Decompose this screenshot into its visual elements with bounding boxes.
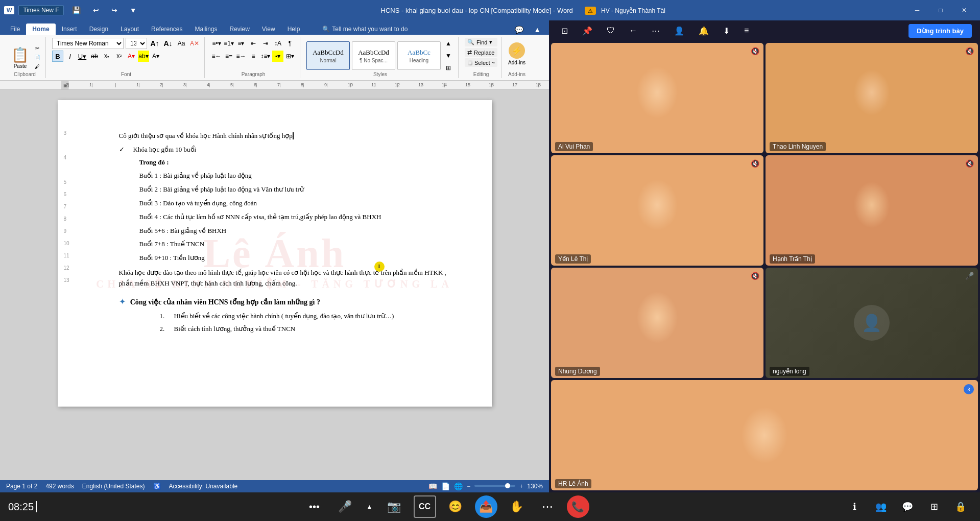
- numbering-button[interactable]: ≡1▾: [223, 38, 234, 49]
- copy-button[interactable]: 📄: [33, 54, 41, 62]
- bullets-button[interactable]: ≡•▾: [211, 38, 222, 49]
- bold-button[interactable]: B: [52, 51, 63, 62]
- tab-review[interactable]: Review: [223, 23, 255, 35]
- back-button[interactable]: ←: [625, 24, 641, 37]
- align-right-button[interactable]: ≡→: [235, 51, 247, 62]
- clear-format-button[interactable]: A✕: [189, 38, 200, 49]
- tab-file[interactable]: File: [4, 23, 26, 35]
- shrink-font-button[interactable]: A↓: [162, 38, 174, 49]
- change-case-button[interactable]: Aa: [176, 38, 187, 49]
- tab-tell-me[interactable]: 🔍 Tell me what you want to do: [316, 23, 414, 35]
- customize-button[interactable]: ▼: [126, 5, 141, 15]
- read-mode-button[interactable]: 📖: [428, 482, 437, 490]
- zoom-plus[interactable]: +: [519, 483, 523, 490]
- end-call-button[interactable]: 📞: [567, 495, 589, 518]
- shield-button[interactable]: 🛡: [603, 24, 619, 37]
- title-bar-left: W Times New F 💾 ↩ ↪ ▼: [4, 5, 140, 15]
- comments-button[interactable]: 💬: [511, 25, 528, 35]
- tab-design[interactable]: Design: [83, 23, 114, 35]
- maximize-button[interactable]: □: [929, 0, 952, 20]
- download-button[interactable]: ⬇: [719, 24, 734, 38]
- grow-font-button[interactable]: A↑: [149, 38, 160, 49]
- tab-insert[interactable]: Insert: [56, 23, 83, 35]
- styles-up-button[interactable]: ▲: [443, 38, 454, 49]
- line-spacing-button[interactable]: ↕≡▾: [260, 51, 271, 62]
- decrease-indent-button[interactable]: ⇤: [248, 38, 259, 49]
- tab-mailings[interactable]: Mailings: [188, 23, 223, 35]
- align-left-button[interactable]: ≡←: [211, 51, 222, 62]
- shading-button[interactable]: ▪▾: [272, 51, 283, 62]
- highlight-button[interactable]: ab▾: [138, 51, 149, 62]
- replace-button[interactable]: ⇄ Replace: [465, 48, 497, 57]
- style-heading1[interactable]: AaBbCc Heading: [397, 41, 441, 70]
- redo-button[interactable]: ↪: [107, 5, 122, 15]
- paste-button[interactable]: 📋 Paste: [8, 40, 32, 76]
- minimize-video-button[interactable]: ⊡: [557, 24, 572, 38]
- lock-button[interactable]: 🔒: [949, 495, 972, 518]
- borders-button[interactable]: ⊞▾: [284, 51, 296, 62]
- document-page[interactable]: 3 4 5 6 7 8 9 10 11 12 13 Lê Ánh CHIA SẺ…: [58, 100, 492, 407]
- reactions-button[interactable]: 😊: [444, 495, 467, 518]
- intro-paragraph[interactable]: Cô giới thiệu sơ qua về khóa học Hành ch…: [119, 131, 451, 141]
- mic-toggle-button[interactable]: 🎤: [334, 495, 356, 518]
- underline-button[interactable]: U▾: [77, 51, 88, 62]
- align-center-button[interactable]: ≡=: [223, 51, 234, 62]
- strikethrough-button[interactable]: ab: [89, 51, 100, 62]
- video-user-button[interactable]: 👤: [670, 24, 688, 38]
- multilevel-list-button[interactable]: ≡▾: [235, 38, 247, 49]
- justify-button[interactable]: ≡: [248, 51, 259, 62]
- document-scroll-area[interactable]: 3 4 5 6 7 8 9 10 11 12 13 Lê Ánh CHIA SẺ…: [0, 90, 549, 480]
- text-effect-button[interactable]: A▾: [150, 51, 161, 62]
- mic-chevron-button[interactable]: ▲: [365, 495, 375, 518]
- close-button[interactable]: ✕: [952, 0, 976, 20]
- sort-button[interactable]: ↕A: [272, 38, 283, 49]
- print-layout-button[interactable]: 📄: [441, 482, 450, 490]
- font-color-button[interactable]: A▾: [126, 51, 137, 62]
- zoom-control[interactable]: [474, 485, 515, 488]
- tab-view[interactable]: View: [256, 23, 281, 35]
- select-button[interactable]: ⬚ Select ~: [465, 58, 497, 67]
- camera-toggle-button[interactable]: 📷: [383, 495, 405, 518]
- italic-button[interactable]: I: [64, 51, 76, 62]
- video-notification-button[interactable]: 🔔: [695, 24, 713, 38]
- format-painter-button[interactable]: 🖌: [33, 63, 41, 71]
- superscript-button[interactable]: X²: [113, 51, 125, 62]
- find-button[interactable]: 🔍 Find ▾: [465, 38, 497, 46]
- tab-home[interactable]: Home: [26, 23, 55, 35]
- raise-hand-button[interactable]: ✋: [506, 495, 528, 518]
- zoom-minus[interactable]: −: [467, 483, 470, 490]
- stop-presenting-button[interactable]: Dừng trình bày: [909, 24, 972, 38]
- captions-button[interactable]: CC: [414, 495, 436, 518]
- styles-more-button[interactable]: ⊞: [443, 62, 454, 74]
- tab-references[interactable]: References: [145, 23, 188, 35]
- tab-help[interactable]: Help: [281, 23, 306, 35]
- video-settings-button[interactable]: ≡: [740, 24, 753, 37]
- minimize-button[interactable]: ─: [905, 0, 929, 20]
- font-family-selector[interactable]: Times New Roman: [52, 38, 124, 49]
- info-button[interactable]: ℹ: [843, 495, 866, 518]
- ribbon-collapse-button[interactable]: ▲: [530, 25, 545, 35]
- increase-indent-button[interactable]: ⇥: [260, 38, 271, 49]
- style-normal[interactable]: AaBbCcDd Normal: [306, 41, 350, 70]
- chat-button[interactable]: 💬: [896, 495, 919, 518]
- more-button[interactable]: ⋯: [536, 495, 559, 518]
- undo-button[interactable]: ↩: [89, 5, 103, 15]
- web-view-button[interactable]: 🌐: [454, 482, 463, 490]
- subscript-button[interactable]: X₂: [101, 51, 112, 62]
- share-screen-button[interactable]: 📤: [475, 495, 497, 518]
- show-hide-button[interactable]: ¶: [284, 38, 296, 49]
- style-no-space[interactable]: AaBbCcDd ¶ No Spac...: [352, 41, 395, 70]
- tab-layout[interactable]: Layout: [114, 23, 145, 35]
- cut-button[interactable]: ✂: [33, 44, 41, 53]
- styles-label: Styles: [373, 72, 387, 77]
- apps-button[interactable]: ⊞: [923, 495, 945, 518]
- video-more-button[interactable]: ⋯: [648, 24, 664, 38]
- participants-button[interactable]: 👥: [870, 495, 892, 518]
- more-options-left-button[interactable]: •••: [303, 495, 326, 518]
- pin-video-button[interactable]: 📌: [578, 24, 596, 38]
- styles-down-button[interactable]: ▼: [443, 50, 454, 61]
- document-content[interactable]: Cô giới thiệu sơ qua về khóa học Hành ch…: [119, 131, 451, 335]
- font-size-selector[interactable]: 13: [126, 38, 147, 49]
- save-button[interactable]: 💾: [68, 5, 85, 15]
- ribbon-group-clipboard: 📋 Paste ✂ 📄 🖌 Clipboard: [4, 37, 46, 78]
